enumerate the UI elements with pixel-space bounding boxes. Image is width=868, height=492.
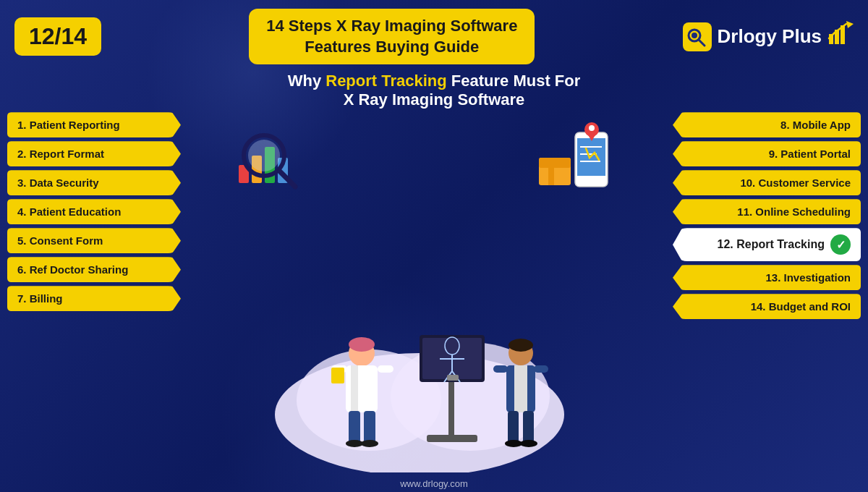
svg-point-47 — [361, 440, 378, 447]
right-nav: 8. Mobile App 9. Patient Portal 10. Cust… — [658, 111, 861, 472]
logo-area: Drlogy Plus — [683, 21, 854, 52]
svg-rect-40 — [346, 365, 378, 412]
nav-item-7[interactable]: 7. Billing — [7, 286, 181, 311]
nav-item-12-label: 12. Report Tracking — [718, 238, 825, 251]
svg-rect-45 — [364, 411, 375, 444]
check-icon: ✓ — [830, 234, 851, 255]
svg-point-46 — [346, 440, 363, 447]
svg-point-58 — [520, 440, 537, 447]
logo-icon — [683, 22, 712, 51]
svg-rect-41 — [351, 365, 358, 412]
nav-item-6[interactable]: 6. Ref Doctor Sharing — [7, 257, 181, 282]
svg-rect-54 — [534, 365, 548, 373]
svg-rect-20 — [539, 158, 571, 168]
nav-item-1[interactable]: 1. Patient Reporting — [7, 112, 181, 137]
svg-rect-55 — [508, 411, 519, 444]
logo-text: Drlogy Plus — [718, 25, 822, 48]
nav-item-9[interactable]: 9. Patient Portal — [673, 141, 861, 166]
subtitle-area: Why Report Tracking Feature Must For X R… — [0, 70, 868, 111]
svg-rect-21 — [548, 158, 554, 185]
svg-point-23 — [589, 125, 595, 131]
footer: www.drlogy.com — [0, 475, 868, 492]
svg-point-39 — [349, 337, 375, 352]
active-arrow — [660, 234, 673, 255]
main-container: 12/14 14 Steps X Ray Imaging Software Fe… — [0, 0, 868, 492]
nav-item-5[interactable]: 5. Consent Form — [7, 228, 181, 253]
subtitle-highlight: Report Tracking — [326, 72, 446, 90]
subtitle-suffix: Feature Must For — [447, 72, 581, 90]
step-badge: 12/14 — [14, 17, 101, 56]
nav-item-2[interactable]: 2. Report Format — [7, 141, 181, 166]
svg-rect-43 — [378, 365, 393, 373]
nav-item-10[interactable]: 10. Customer Service — [673, 170, 861, 195]
nav-item-4[interactable]: 4. Patient Education — [7, 199, 181, 224]
svg-rect-52 — [514, 365, 527, 412]
svg-point-57 — [505, 440, 522, 447]
svg-point-50 — [509, 339, 533, 352]
svg-rect-28 — [448, 378, 454, 436]
nav-item-13[interactable]: 13. Investigation — [673, 265, 861, 290]
main-illustration — [253, 241, 586, 472]
title-box: 14 Steps X Ray Imaging Software Features… — [249, 9, 535, 64]
svg-rect-56 — [523, 411, 534, 444]
illustration-area — [188, 111, 651, 472]
analytics-icon — [231, 125, 304, 208]
svg-point-12 — [248, 140, 280, 171]
header: 12/14 14 Steps X Ray Imaging Software Fe… — [0, 0, 868, 70]
nav-item-14[interactable]: 14. Budget and ROI — [673, 294, 861, 319]
nav-item-3[interactable]: 3. Data Security — [7, 170, 181, 195]
page-title: 14 Steps X Ray Imaging Software Features… — [266, 16, 517, 57]
map-icon — [535, 118, 615, 208]
subtitle-line2: X Ray Imaging Software — [344, 90, 525, 109]
nav-item-12[interactable]: 12. Report Tracking ✓ — [673, 228, 861, 261]
svg-rect-44 — [349, 411, 360, 444]
svg-point-2 — [692, 33, 697, 38]
chart-icon — [827, 21, 854, 52]
svg-marker-6 — [846, 21, 854, 28]
nav-item-8[interactable]: 8. Mobile App — [673, 112, 861, 137]
main-content: 1. Patient Reporting 2. Report Format 3.… — [0, 111, 868, 475]
svg-rect-29 — [427, 435, 477, 442]
svg-rect-37 — [447, 375, 459, 381]
subtitle-prefix: Why — [288, 72, 326, 90]
svg-line-1 — [699, 40, 705, 46]
svg-rect-53 — [493, 365, 508, 373]
left-nav: 1. Patient Reporting 2. Report Format 3.… — [7, 111, 181, 472]
svg-rect-48 — [331, 368, 344, 383]
center-content — [181, 111, 658, 472]
nav-item-11[interactable]: 11. Online Scheduling — [673, 199, 861, 224]
